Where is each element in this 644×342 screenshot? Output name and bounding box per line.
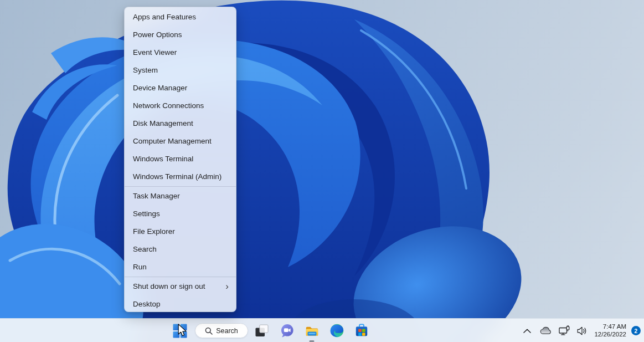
network-ethernet-icon [559,325,571,336]
tray-date: 12/26/2022 [594,331,626,338]
menu-item-label: System [133,66,158,74]
notification-badge[interactable]: 2 [631,326,641,335]
magnifier-icon [205,327,213,335]
desktop: Apps and FeaturesPower OptionsEvent View… [0,0,644,342]
menu-item-shut-down-or-sign-out[interactable]: Shut down or sign out› [125,278,236,295]
chevron-up-icon [523,329,531,333]
menu-item-power-options[interactable]: Power Options [125,26,236,44]
menu-item-label: Run [133,263,147,271]
menu-item-computer-management[interactable]: Computer Management [125,132,236,150]
taskbar: Search [0,318,644,342]
menu-item-settings[interactable]: Settings [125,205,236,223]
network-button[interactable] [557,323,573,339]
task-view-icon [255,324,269,338]
chat-button[interactable] [279,323,295,339]
clock-and-date[interactable]: 7:47 AM 12/26/2022 [593,323,627,339]
menu-item-run[interactable]: Run [125,258,236,276]
tray-time: 7:47 AM [603,323,626,330]
search-label: Search [216,327,238,335]
menu-item-windows-terminal-admin[interactable]: Windows Terminal (Admin) [125,168,236,186]
task-view-button[interactable] [254,323,270,339]
menu-item-label: File Explorer [133,227,175,236]
menu-separator [125,277,236,277]
microsoft-store-button[interactable] [354,323,369,339]
system-tray: 7:47 AM 12/26/2022 2 [521,319,641,342]
menu-item-system[interactable]: System [125,62,236,79]
edge-icon [329,323,344,338]
menu-item-label: Windows Terminal (Admin) [133,172,221,181]
menu-item-event-viewer[interactable]: Event Viewer [125,44,236,62]
volume-button[interactable] [574,323,590,339]
menu-separator [125,186,236,187]
menu-item-task-manager[interactable]: Task Manager [125,187,236,205]
menu-item-label: Network Connections [133,101,204,110]
windows-logo-icon [173,324,187,338]
file-explorer-button[interactable] [304,323,320,339]
menu-item-device-manager[interactable]: Device Manager [125,79,236,97]
search-box[interactable]: Search [195,323,248,338]
menu-item-label: Disk Management [133,119,193,127]
menu-item-search[interactable]: Search [125,241,236,258]
onedrive-button[interactable] [538,323,554,339]
chat-icon [280,323,295,338]
start-context-menu-list: Apps and FeaturesPower OptionsEvent View… [125,7,236,312]
menu-item-label: Windows Terminal [133,155,193,163]
menu-item-label: Computer Management [133,137,212,145]
menu-item-label: Device Manager [133,84,187,92]
notification-count: 2 [635,328,638,334]
taskbar-app-group: Search [172,319,369,342]
menu-item-label: Shut down or sign out [133,282,205,290]
tray-overflow-button[interactable] [521,323,534,339]
menu-item-apps-and-features[interactable]: Apps and Features [125,8,236,26]
menu-item-label: Search [133,245,157,253]
onedrive-cloud-icon [540,326,552,335]
microsoft-store-icon [354,323,369,338]
menu-item-label: Apps and Features [133,13,196,21]
menu-item-network-connections[interactable]: Network Connections [125,97,236,115]
menu-item-file-explorer[interactable]: File Explorer [125,223,236,241]
running-app-indicator [310,340,315,342]
edge-button[interactable] [329,323,344,339]
submenu-chevron-icon: › [225,278,229,295]
file-explorer-icon [305,324,320,338]
menu-item-desktop[interactable]: Desktop [125,295,236,312]
volume-icon [577,326,588,335]
start-button[interactable] [172,323,188,339]
menu-item-label: Event Viewer [133,48,177,57]
menu-item-disk-management[interactable]: Disk Management [125,115,236,132]
menu-item-label: Settings [133,210,160,218]
menu-item-label: Desktop [133,300,161,308]
menu-item-label: Task Manager [133,192,180,200]
wallpaper-bloom [0,0,644,342]
menu-item-windows-terminal[interactable]: Windows Terminal [125,150,236,168]
menu-item-label: Power Options [133,30,182,39]
start-context-menu: Apps and FeaturesPower OptionsEvent View… [124,7,236,312]
